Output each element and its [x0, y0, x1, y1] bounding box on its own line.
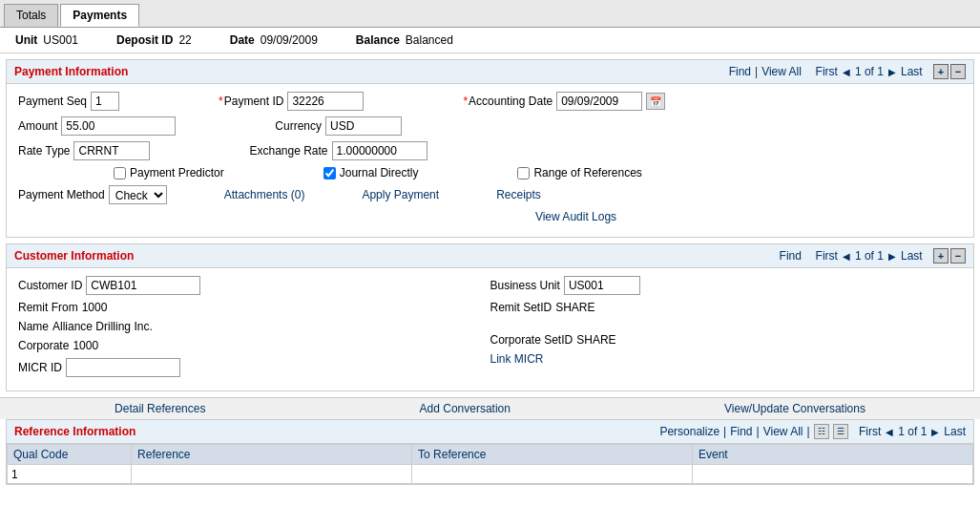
remit-setid-label: Remit SetID — [490, 301, 553, 314]
ref-cell-qual-code — [8, 465, 132, 484]
deposit-label: Deposit ID — [116, 33, 173, 47]
customer-info-section: Customer Information Find First ◀ 1 of 1… — [6, 243, 974, 391]
tab-totals[interactable]: Totals — [4, 4, 58, 27]
calendar-btn[interactable]: 📅 — [646, 93, 665, 110]
range-of-references-checkbox[interactable] — [517, 167, 530, 179]
payment-view-all-link[interactable]: View All — [761, 65, 802, 78]
payment-info-section: Payment Information Find | View All Firs… — [6, 59, 974, 238]
header-deposit: Deposit ID 22 — [116, 33, 192, 47]
remit-from-row: Remit From 1000 — [18, 301, 490, 314]
payment-info-header: Payment Information Find | View All Firs… — [7, 60, 973, 84]
payment-predictor-checkbox[interactable] — [114, 167, 126, 179]
payment-remove-btn[interactable]: − — [950, 64, 966, 79]
ref-col-event: Event — [693, 445, 973, 465]
micr-id-input[interactable] — [66, 358, 180, 377]
ref-next-btn[interactable]: ▶ — [930, 427, 940, 437]
range-of-references-label: Range of References — [533, 166, 641, 179]
view-update-conversations-link[interactable]: View/Update Conversations — [724, 402, 865, 415]
customer-id-row: Customer ID — [18, 276, 490, 295]
journal-directly-checkbox[interactable] — [323, 167, 336, 179]
payment-method-select[interactable]: Check EFT Draft — [109, 185, 167, 204]
ref-input-event[interactable] — [697, 468, 969, 481]
tab-payments[interactable]: Payments — [60, 4, 139, 27]
micr-id-row: MICR ID — [18, 358, 490, 377]
amount-input[interactable] — [61, 116, 176, 136]
tab-bar: Totals Payments — [0, 0, 980, 28]
detail-references-link[interactable]: Detail References — [115, 402, 205, 415]
reference-info-title: Reference Information — [14, 425, 136, 438]
header-balance: Balance Balanced — [356, 33, 453, 47]
payment-add-btn[interactable]: + — [933, 64, 949, 79]
customer-prev-btn[interactable]: ◀ — [842, 251, 851, 262]
rate-type-input[interactable] — [73, 141, 150, 160]
reference-info-nav: Personalize | Find | View All | ☷ ☰ Firs… — [659, 424, 966, 439]
amount-field: Amount — [18, 116, 176, 136]
link-micr-link[interactable]: Link MICR — [490, 352, 544, 366]
payment-find-link[interactable]: Find — [729, 65, 751, 78]
table-row — [8, 465, 973, 484]
currency-label: Currency — [275, 119, 322, 133]
customer-add-btn[interactable]: + — [933, 248, 949, 264]
exchange-rate-input[interactable] — [332, 141, 427, 160]
receipts-link[interactable]: Receipts — [496, 188, 541, 201]
payment-id-field: Payment ID — [219, 92, 364, 111]
payment-seq-input[interactable] — [91, 92, 119, 111]
range-of-references-field: Range of References — [517, 166, 641, 179]
corporate-row: Corporate 1000 — [18, 339, 490, 352]
payment-plus-minus: + − — [933, 64, 966, 79]
view-audit-logs-link[interactable]: View Audit Logs — [535, 210, 616, 223]
ref-first-label: First — [859, 425, 881, 438]
payment-id-label: Payment ID — [219, 95, 283, 108]
add-conversation-link[interactable]: Add Conversation — [420, 402, 511, 415]
ref-icon1-btn[interactable]: ☷ — [814, 424, 829, 439]
customer-info-header: Customer Information Find First ◀ 1 of 1… — [7, 244, 973, 268]
ref-last-label: Last — [944, 425, 966, 438]
customer-next-btn[interactable]: ▶ — [887, 251, 897, 262]
remit-setid-field: Remit SetID SHARE — [490, 301, 595, 314]
attachments-link[interactable]: Attachments (0) — [224, 188, 305, 201]
rate-type-field: Rate Type — [18, 141, 150, 160]
ref-personalize-link[interactable]: Personalize — [659, 425, 719, 438]
ref-icon2-btn[interactable]: ☰ — [833, 424, 848, 439]
payment-prev-btn[interactable]: ◀ — [842, 67, 851, 77]
customer-find-link[interactable]: Find — [780, 249, 802, 263]
accounting-date-input[interactable] — [556, 92, 642, 111]
apply-payment-link[interactable]: Apply Payment — [362, 188, 439, 201]
ref-col-to-reference: To Reference — [412, 445, 693, 465]
payment-seq-field: Payment Seq — [18, 92, 119, 111]
ref-input-to-reference[interactable] — [416, 468, 688, 481]
business-unit-input[interactable] — [564, 276, 640, 295]
ref-nav-count: 1 of 1 — [898, 425, 927, 438]
remit-from-field: Remit From 1000 — [18, 301, 107, 314]
reference-info-header: Reference Information Personalize | Find… — [7, 420, 973, 444]
ref-col-reference: Reference — [132, 445, 412, 465]
header-date: Date 09/09/2009 — [230, 33, 318, 47]
ref-input-reference[interactable] — [136, 468, 407, 481]
name-value: Alliance Drilling Inc. — [52, 320, 153, 333]
ref-view-all-link[interactable]: View All — [763, 425, 803, 438]
unit-label: Unit — [15, 33, 37, 47]
ref-input-qual-code[interactable] — [11, 468, 40, 481]
payment-row2: Amount Currency — [18, 116, 962, 136]
business-unit-row: Business Unit — [490, 276, 963, 295]
micr-id-field: MICR ID — [18, 358, 180, 377]
currency-field: Currency — [275, 116, 402, 136]
deposit-value: 22 — [178, 33, 191, 47]
bottom-links-bar: Detail References Add Conversation View/… — [0, 397, 980, 419]
remit-setid-value: SHARE — [555, 301, 594, 314]
payment-id-input[interactable] — [287, 92, 364, 111]
amount-label: Amount — [18, 119, 57, 133]
customer-id-input[interactable] — [86, 276, 200, 295]
payment-next-btn[interactable]: ▶ — [887, 67, 897, 77]
currency-input[interactable] — [325, 116, 402, 136]
payment-predictor-label: Payment Predictor — [130, 166, 224, 179]
ref-find-link[interactable]: Find — [730, 425, 752, 438]
customer-remove-btn[interactable]: − — [950, 248, 966, 264]
ref-table-header-row: Qual Code Reference To Reference Event — [8, 445, 973, 465]
unit-value: US001 — [43, 33, 78, 47]
name-field: Name Alliance Drilling Inc. — [18, 320, 153, 333]
customer-last-label: Last — [901, 249, 923, 263]
rate-type-label: Rate Type — [18, 144, 70, 158]
ref-prev-btn[interactable]: ◀ — [885, 427, 894, 437]
balance-label: Balance — [356, 33, 400, 47]
